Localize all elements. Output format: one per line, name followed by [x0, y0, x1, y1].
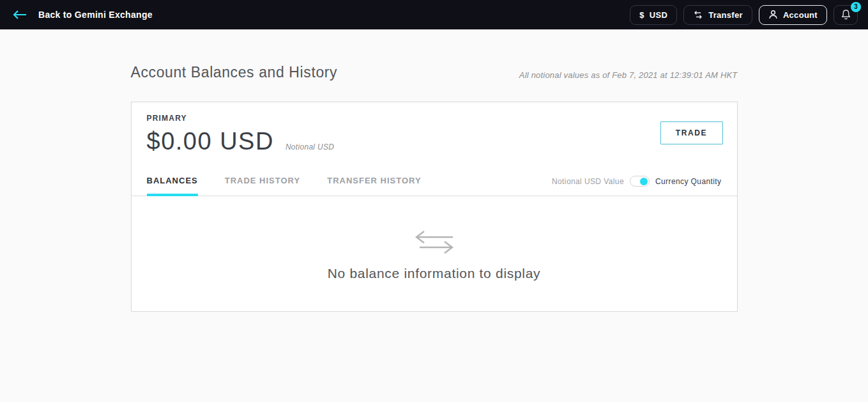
transfer-label: Transfer — [708, 10, 743, 20]
balance-summary: PRIMARY $0.00 USD Notional USD — [147, 114, 335, 155]
tab-trade-history[interactable]: TRADE HISTORY — [225, 172, 300, 196]
transfer-button[interactable]: Transfer — [683, 5, 752, 25]
notifications-group: 3 — [834, 5, 858, 25]
card-header: PRIMARY $0.00 USD Notional USD TRADE — [132, 102, 737, 155]
page-header: Account Balances and History All notiona… — [131, 64, 738, 81]
currency-label: USD — [650, 10, 667, 20]
account-name-label: PRIMARY — [147, 114, 335, 123]
notification-count-badge: 3 — [851, 2, 861, 12]
page-content: Account Balances and History All notiona… — [131, 64, 738, 312]
tabs-row: BALANCES TRADE HISTORY TRANSFER HISTORY … — [132, 172, 737, 196]
balance-amount: $0.00 USD — [147, 128, 274, 155]
tab-balances[interactable]: BALANCES — [147, 172, 198, 196]
tab-transfer-history[interactable]: TRANSFER HISTORY — [327, 172, 421, 196]
trade-button[interactable]: TRADE — [660, 121, 723, 144]
back-link-label[interactable]: Back to Gemini Exchange — [38, 10, 153, 20]
topbar-actions: $ USD Transfer Account — [630, 5, 858, 25]
empty-state: No balance information to display — [132, 196, 737, 311]
currency-quantity-label[interactable]: Currency Quantity — [655, 177, 722, 186]
back-arrow-icon[interactable] — [13, 10, 27, 19]
account-button[interactable]: Account — [759, 5, 827, 25]
dollar-icon: $ — [639, 10, 644, 20]
transfer-arrows-empty-icon — [413, 230, 455, 257]
topbar: Back to Gemini Exchange $ USD Transfer — [0, 0, 868, 29]
topbar-back-group[interactable]: Back to Gemini Exchange — [13, 10, 153, 20]
notional-usd-value-label[interactable]: Notional USD Value — [552, 177, 624, 186]
display-mode-toggle-group: Notional USD Value Currency Quantity — [552, 176, 722, 192]
transfer-arrows-icon — [693, 10, 703, 20]
display-mode-toggle[interactable] — [630, 176, 650, 187]
balance-caption: Notional USD — [286, 143, 334, 151]
page-title: Account Balances and History — [131, 64, 338, 81]
person-icon — [768, 10, 778, 20]
tabs: BALANCES TRADE HISTORY TRANSFER HISTORY — [147, 172, 422, 196]
account-balance-card: PRIMARY $0.00 USD Notional USD TRADE BAL… — [131, 102, 738, 312]
balance-row: $0.00 USD Notional USD — [147, 128, 335, 155]
account-label: Account — [783, 10, 818, 20]
currency-selector-button[interactable]: $ USD — [630, 5, 677, 25]
bell-icon — [841, 9, 851, 20]
notional-values-timestamp: All notional values as of Feb 7, 2021 at… — [519, 70, 738, 81]
toggle-knob — [640, 178, 648, 185]
empty-state-message: No balance information to display — [328, 266, 541, 281]
